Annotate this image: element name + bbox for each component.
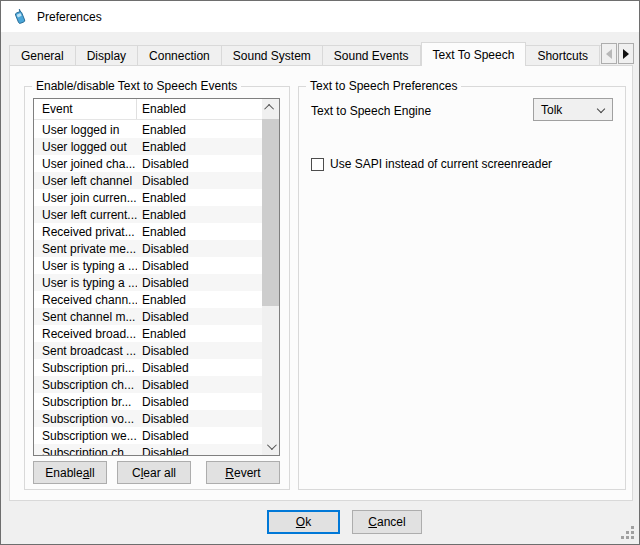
- title-bar: Preferences: [1, 1, 639, 32]
- enable-all-button[interactable]: Enable all: [33, 461, 107, 484]
- event-cell: Subscription br...: [34, 395, 137, 409]
- sapi-checkbox-row[interactable]: Use SAPI instead of current screenreader: [311, 157, 552, 171]
- event-list-header[interactable]: Event Enabled: [34, 99, 262, 120]
- table-row[interactable]: Subscription pri...Disabled: [34, 359, 262, 376]
- arrow-left-icon: [606, 49, 612, 59]
- sapi-checkbox[interactable]: [311, 158, 324, 171]
- preferences-dialog: Preferences GeneralDisplayConnectionSoun…: [0, 0, 640, 545]
- event-cell: User left channel: [34, 174, 137, 188]
- event-cell: Subscription ch...: [34, 446, 137, 456]
- tab-scroll-right-button[interactable]: [618, 43, 634, 64]
- table-row[interactable]: Received chann...Enabled: [34, 291, 262, 308]
- tab-sound-system[interactable]: Sound System: [222, 45, 323, 66]
- table-row[interactable]: User joined cha...Disabled: [34, 155, 262, 172]
- event-list[interactable]: Event Enabled User logged inEnabledUser …: [33, 98, 280, 456]
- table-row[interactable]: User is typing a ...Disabled: [34, 257, 262, 274]
- table-row[interactable]: User logged outEnabled: [34, 138, 262, 155]
- status-cell: Enabled: [137, 191, 262, 205]
- status-cell: Disabled: [137, 344, 262, 358]
- chevron-up-icon: [264, 104, 274, 114]
- button-label: a: [83, 466, 90, 480]
- arrow-right-icon: [623, 49, 629, 59]
- tab-sound-events[interactable]: Sound Events: [323, 45, 421, 66]
- table-row[interactable]: Subscription ch...Disabled: [34, 444, 262, 455]
- button-label: ll: [89, 466, 94, 480]
- scrollbar-thumb[interactable]: [262, 119, 279, 306]
- tts-engine-value: Tolk: [541, 103, 562, 117]
- button-label: k: [305, 515, 311, 529]
- button-label: C: [368, 515, 377, 529]
- chevron-down-icon: [267, 440, 277, 450]
- column-header-event[interactable]: Event: [34, 99, 137, 119]
- status-cell: Disabled: [137, 395, 262, 409]
- tts-preferences-group-title: Text to Speech Preferences: [306, 79, 461, 93]
- status-cell: Disabled: [137, 242, 262, 256]
- event-cell: User join curren...: [34, 191, 137, 205]
- event-cell: Received chann...: [34, 293, 137, 307]
- column-header-enabled[interactable]: Enabled: [137, 99, 262, 119]
- tab-bar: GeneralDisplayConnectionSound SystemSoun…: [9, 42, 602, 66]
- event-cell: Received privat...: [34, 225, 137, 239]
- table-row[interactable]: Sent broadcast ...Disabled: [34, 342, 262, 359]
- tab-general[interactable]: General: [9, 45, 76, 66]
- clear-all-button[interactable]: Clear all: [117, 461, 191, 484]
- window-title: Preferences: [37, 10, 102, 24]
- status-cell: Disabled: [137, 429, 262, 443]
- status-cell: Disabled: [137, 276, 262, 290]
- tts-preferences-groupbox: Text to Speech Preferences Text to Speec…: [298, 86, 626, 490]
- table-row[interactable]: User join curren...Enabled: [34, 189, 262, 206]
- tab-scroll-left-button[interactable]: [601, 43, 617, 64]
- event-cell: User logged in: [34, 123, 137, 137]
- event-cell: User is typing a ...: [34, 259, 137, 273]
- scroll-down-button[interactable]: [262, 438, 279, 455]
- vertical-scrollbar[interactable]: [262, 99, 279, 455]
- status-cell: Enabled: [137, 208, 262, 222]
- button-label: ancel: [377, 515, 406, 529]
- tab-display[interactable]: Display: [76, 45, 138, 66]
- status-cell: Enabled: [137, 293, 262, 307]
- table-row[interactable]: User left current...Enabled: [34, 206, 262, 223]
- event-cell: Subscription ch...: [34, 378, 137, 392]
- button-label: evert: [234, 466, 261, 480]
- event-cell: Sent private me...: [34, 242, 137, 256]
- event-cell: Subscription pri...: [34, 361, 137, 375]
- table-row[interactable]: User is typing a ...Disabled: [34, 274, 262, 291]
- ok-button[interactable]: Ok: [267, 510, 340, 534]
- cancel-button[interactable]: Cancel: [352, 510, 422, 534]
- table-row[interactable]: Sent channel m...Disabled: [34, 308, 262, 325]
- status-cell: Disabled: [137, 378, 262, 392]
- revert-button[interactable]: Revert: [206, 461, 280, 484]
- status-cell: Enabled: [137, 225, 262, 239]
- tab-scrollers: [601, 43, 634, 64]
- status-cell: Disabled: [137, 412, 262, 426]
- status-cell: Disabled: [137, 361, 262, 375]
- event-cell: Received broad...: [34, 327, 137, 341]
- table-row[interactable]: Subscription we...Disabled: [34, 427, 262, 444]
- event-cell: User logged out: [34, 140, 137, 154]
- tab-page-text-to-speech: Enable/disable Text to Speech Events Eve…: [9, 65, 633, 501]
- event-cell: Subscription we...: [34, 429, 137, 443]
- scroll-up-button[interactable]: [262, 99, 279, 116]
- status-cell: Disabled: [137, 310, 262, 324]
- tab-text-to-speech[interactable]: Text To Speech: [421, 42, 527, 66]
- table-row[interactable]: User left channelDisabled: [34, 172, 262, 189]
- table-row[interactable]: Subscription br...Disabled: [34, 393, 262, 410]
- table-row[interactable]: User logged inEnabled: [34, 121, 262, 138]
- table-row[interactable]: Received privat...Enabled: [34, 223, 262, 240]
- status-cell: Disabled: [137, 259, 262, 273]
- table-row[interactable]: Subscription ch...Disabled: [34, 376, 262, 393]
- tts-engine-dropdown[interactable]: Tolk: [533, 98, 613, 121]
- tab-shortcuts[interactable]: Shortcuts: [526, 45, 600, 66]
- table-row[interactable]: Sent private me...Disabled: [34, 240, 262, 257]
- tts-engine-label: Text to Speech Engine: [311, 104, 431, 118]
- button-label: R: [225, 466, 234, 480]
- app-icon: [12, 9, 28, 25]
- status-cell: Disabled: [137, 157, 262, 171]
- table-row[interactable]: Subscription vo...Disabled: [34, 410, 262, 427]
- event-cell: Subscription vo...: [34, 412, 137, 426]
- button-label: ear all: [143, 466, 176, 480]
- resize-grip[interactable]: [621, 526, 635, 540]
- status-cell: Disabled: [137, 174, 262, 188]
- tab-connection[interactable]: Connection: [138, 45, 222, 66]
- table-row[interactable]: Received broad...Enabled: [34, 325, 262, 342]
